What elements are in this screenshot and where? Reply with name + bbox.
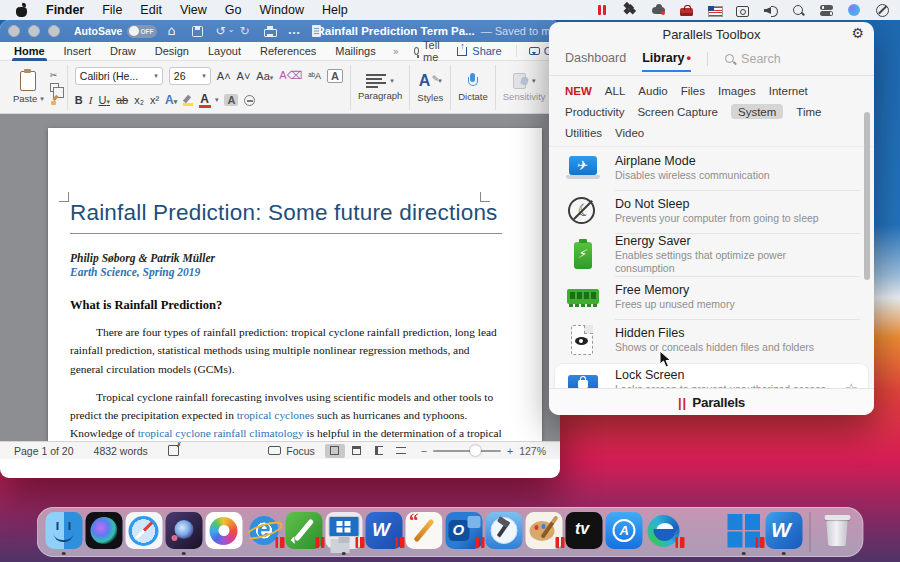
zoom-window-button[interactable] <box>48 25 60 37</box>
tab-references[interactable]: References <box>258 44 318 58</box>
category-video[interactable]: Video <box>615 125 644 140</box>
hyperlink-tropical-cyclones[interactable]: tropical cyclones <box>237 409 315 421</box>
control-center-icon[interactable] <box>819 3 834 17</box>
outlook-icon[interactable] <box>445 512 482 549</box>
autosave-toggle[interactable]: OFF <box>127 25 157 38</box>
green-notes-icon[interactable] <box>285 512 322 549</box>
do-not-disturb-icon[interactable] <box>875 3 890 17</box>
format-painter-icon[interactable] <box>50 95 60 105</box>
parallels-desktop-icon[interactable] <box>325 512 362 549</box>
tell-me-control[interactable]: Tell me <box>414 39 443 63</box>
toolbox-tab-library[interactable]: Library• <box>642 50 691 68</box>
category-utilities[interactable]: Utilities <box>565 125 602 140</box>
text-effects-button[interactable]: A▾ <box>165 93 177 107</box>
category-productivity[interactable]: Productivity <box>565 104 624 119</box>
word-count[interactable]: 4832 words <box>94 445 148 457</box>
styles-button[interactable]: A▾ Styles <box>417 65 443 110</box>
dock-item-outlook[interactable] <box>445 512 483 552</box>
category-internet[interactable]: Internet <box>769 83 808 98</box>
dropbox-icon[interactable] <box>623 3 638 17</box>
undo-icon[interactable] <box>215 25 228 38</box>
dock-item-paint[interactable] <box>525 512 563 552</box>
menu-window[interactable]: Window <box>259 3 303 17</box>
print-icon[interactable] <box>263 25 276 38</box>
italic-button[interactable]: I <box>89 94 93 106</box>
document-page[interactable]: Rainfall Prediction: Some future directi… <box>48 128 542 441</box>
sensitivity-button[interactable]: ▾ Sensitivity <box>503 65 546 110</box>
word-icon[interactable] <box>765 512 802 549</box>
outline-view-button[interactable] <box>369 444 389 458</box>
us-flag-icon[interactable] <box>707 3 722 17</box>
draft-view-button[interactable] <box>391 444 411 458</box>
dock-item-parallels-desktop[interactable] <box>325 512 363 552</box>
siri-icon[interactable] <box>847 3 862 17</box>
paint-icon[interactable] <box>525 512 562 549</box>
category-audio[interactable]: Audio <box>638 83 667 98</box>
dock-item-siri[interactable] <box>85 512 123 552</box>
zoom-slider-knob[interactable] <box>470 445 481 456</box>
cut-icon[interactable]: ✂ <box>50 70 60 80</box>
menu-view[interactable]: View <box>180 3 207 17</box>
dock-item-green-notes[interactable] <box>285 512 323 552</box>
autosave-control[interactable]: AutoSave OFF <box>74 25 157 38</box>
font-color-dropdown[interactable]: ▾ <box>215 96 219 104</box>
save-icon[interactable] <box>191 25 204 38</box>
tab-design[interactable]: Design <box>153 44 191 58</box>
tab-mailings[interactable]: Mailings <box>333 44 377 58</box>
tool-airplane-mode[interactable]: Airplane ModeDisables wireless communica… <box>549 147 874 190</box>
dock-item-photos[interactable] <box>205 512 243 552</box>
dictate-button[interactable]: Dictate <box>458 65 488 110</box>
volume-icon[interactable] <box>763 3 778 17</box>
shrink-font-button[interactable]: A˅ <box>237 70 251 82</box>
dock-item-finder[interactable] <box>45 512 83 552</box>
phonetic-guide-button[interactable]: ᵃᵇA <box>308 71 321 81</box>
dock-item-apple-tv[interactable] <box>565 512 603 552</box>
dock-item-app-store[interactable] <box>605 512 643 552</box>
category-system[interactable]: System <box>731 104 783 119</box>
dock-item-writer[interactable] <box>405 512 443 552</box>
underline-button[interactable]: U▾ <box>98 94 109 106</box>
font-color-button[interactable]: A <box>200 92 209 108</box>
gear-icon[interactable]: ⚙ <box>851 25 864 41</box>
category-images[interactable]: Images <box>718 83 756 98</box>
close-window-button[interactable] <box>8 25 20 37</box>
edge-icon[interactable] <box>645 512 682 549</box>
page-indicator[interactable]: Page 1 of 20 <box>14 445 74 457</box>
zoom-out-button[interactable]: − <box>421 445 427 457</box>
apple-menu-icon[interactable] <box>16 4 28 17</box>
menu-help[interactable]: Help <box>322 3 348 17</box>
category-new[interactable]: NEW <box>565 83 592 98</box>
strikethrough-button[interactable]: ab <box>116 94 128 106</box>
toolbox-scrollbar[interactable] <box>864 112 870 280</box>
parallels-pause-icon[interactable] <box>595 3 610 17</box>
safari-icon[interactable] <box>125 512 162 549</box>
paste-button[interactable]: Paste▾ <box>13 65 44 110</box>
tool-do-not-sleep[interactable]: Do Not SleepPrevents your computer from … <box>549 190 874 233</box>
menu-finder[interactable]: Finder <box>46 3 84 17</box>
menu-file[interactable]: File <box>102 3 122 17</box>
dock-item-safari[interactable] <box>125 512 163 552</box>
app-store-2-icon[interactable] <box>685 512 722 549</box>
spotlight-icon[interactable] <box>791 3 806 17</box>
tool-hidden-files[interactable]: Hidden FilesShows or conceals hidden fil… <box>549 319 874 362</box>
siri-icon[interactable] <box>85 512 122 549</box>
cloud-sync-icon[interactable] <box>651 3 666 17</box>
home-icon[interactable] <box>167 25 180 38</box>
minimize-window-button[interactable] <box>28 25 40 37</box>
tool-energy-saver[interactable]: Energy SaverEnables settings that optimi… <box>549 233 874 276</box>
tab-insert[interactable]: Insert <box>62 44 94 58</box>
trash-icon[interactable] <box>818 512 855 549</box>
internet-explorer-icon[interactable] <box>245 512 282 549</box>
menu-edit[interactable]: Edit <box>140 3 162 17</box>
dock-item-xcode[interactable] <box>485 512 523 552</box>
clear-formatting-button[interactable]: A⌫ <box>279 69 302 82</box>
copy-icon[interactable] <box>50 83 59 92</box>
shading-button[interactable]: A <box>224 94 238 106</box>
screen-record-icon[interactable] <box>735 3 750 17</box>
app-store-icon[interactable] <box>605 512 642 549</box>
finder-icon[interactable] <box>45 512 82 549</box>
tab-draw[interactable]: Draw <box>108 44 138 58</box>
dock-item-edge[interactable] <box>645 512 683 552</box>
dock-item-internet-explorer[interactable] <box>245 512 283 552</box>
font-size-select[interactable]: 26▾ <box>169 67 211 85</box>
